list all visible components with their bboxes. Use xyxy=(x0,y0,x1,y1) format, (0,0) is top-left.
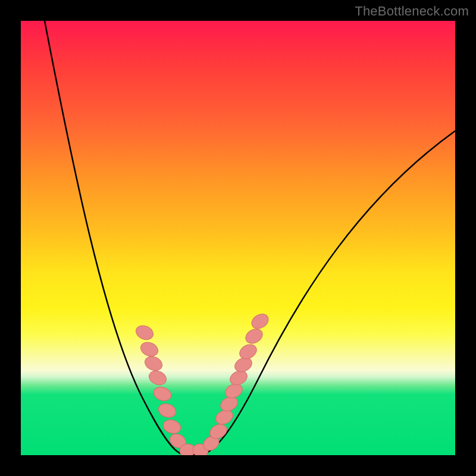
bead-group xyxy=(134,311,271,455)
plot-area xyxy=(21,21,455,455)
data-bead xyxy=(152,385,173,403)
data-bead xyxy=(243,326,265,346)
curve-left-curve xyxy=(45,21,193,455)
outer-frame: TheBottleneck.com xyxy=(0,0,476,476)
data-bead xyxy=(249,311,271,332)
data-bead xyxy=(134,323,155,342)
curve-group xyxy=(45,21,455,455)
data-bead xyxy=(143,354,164,373)
chart-svg xyxy=(21,21,455,455)
data-bead xyxy=(139,340,160,359)
watermark-text: TheBottleneck.com xyxy=(355,4,469,19)
data-bead xyxy=(147,368,168,387)
data-bead xyxy=(156,402,177,419)
data-bead xyxy=(162,418,183,435)
